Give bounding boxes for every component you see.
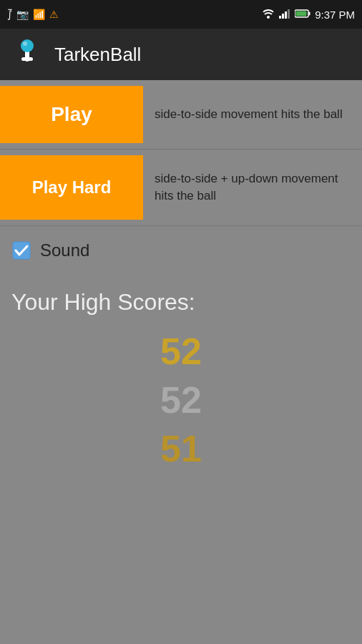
battery-icon — [295, 9, 310, 21]
svg-point-0 — [267, 16, 270, 19]
scores-list: 52 52 51 — [11, 330, 351, 470]
sound-label: Sound — [40, 240, 89, 260]
warning-icon: ⚠ — [49, 9, 59, 20]
play-button-row: Play side-to-side movement hits the ball — [0, 80, 362, 150]
app-title: TarkenBall — [54, 44, 141, 66]
svg-point-10 — [21, 39, 34, 52]
svg-rect-1 — [279, 16, 281, 19]
high-scores-section: Your High Scores: 52 52 51 — [0, 275, 362, 484]
play-hard-button-row: Play Hard side-to-side + up-down movemen… — [0, 150, 362, 226]
svg-point-11 — [23, 42, 27, 46]
title-bar: TarkenBall — [0, 29, 362, 80]
play-hard-description: side-to-side + up-down movement hits the… — [143, 170, 362, 205]
time-display: 9:37 PM — [315, 9, 355, 21]
sound-row: Sound — [0, 226, 362, 275]
main-content: Play side-to-side movement hits the ball… — [0, 80, 362, 484]
svg-rect-7 — [296, 11, 307, 16]
sound-checkbox[interactable] — [11, 240, 31, 260]
play-button[interactable]: Play — [0, 86, 143, 143]
play-description: side-to-side movement hits the ball — [143, 106, 354, 123]
svg-rect-4 — [288, 9, 290, 19]
status-icons-left: ⨛ 📷 📶 ⚠ — [7, 9, 59, 20]
score-1: 52 — [11, 330, 351, 373]
signal-icon — [279, 9, 290, 21]
svg-rect-9 — [21, 57, 33, 61]
score-2: 52 — [11, 379, 351, 421]
svg-rect-2 — [282, 14, 284, 19]
play-hard-button[interactable]: Play Hard — [0, 155, 143, 220]
status-bar: ⨛ 📷 📶 ⚠ — [0, 0, 362, 29]
high-scores-title: Your High Scores: — [11, 289, 351, 316]
svg-rect-6 — [309, 11, 310, 15]
wifi-signal-icon — [262, 9, 275, 21]
score-3: 51 — [11, 427, 351, 470]
image-icon: 📷 — [16, 9, 29, 20]
wifi-icon: 📶 — [33, 9, 45, 20]
svg-rect-3 — [285, 11, 287, 19]
status-icons-right: 9:37 PM — [262, 9, 355, 21]
app-icon — [11, 39, 43, 70]
usb-icon: ⨛ — [7, 9, 12, 20]
